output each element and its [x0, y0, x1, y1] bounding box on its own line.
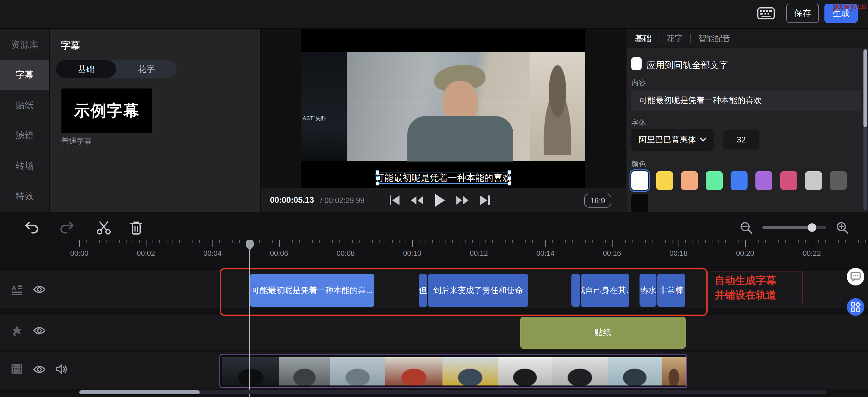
ruler-tick — [346, 240, 346, 247]
rewind-button[interactable] — [410, 194, 424, 206]
skip-to-start-button[interactable] — [389, 194, 400, 206]
play-button[interactable] — [434, 193, 445, 207]
color-swatch-63eda1[interactable] — [706, 171, 723, 190]
color-swatch-5c5c5c[interactable] — [830, 171, 847, 190]
cut-scissors-icon[interactable] — [96, 221, 112, 235]
subtitle-content-input[interactable]: 可能最初呢是凭着一种本能的喜欢 — [631, 90, 861, 111]
zoom-slider-thumb[interactable] — [808, 223, 816, 232]
feedback-chat-button[interactable] — [847, 268, 864, 285]
ruler-tick — [226, 240, 226, 243]
ruler-tick — [858, 240, 859, 243]
zoom-in-icon[interactable] — [836, 221, 849, 234]
color-swatch-d34f7d[interactable] — [780, 171, 797, 190]
color-swatch-f6d44c[interactable] — [656, 171, 673, 190]
watermark-text: pxwy.cn — [833, 1, 867, 11]
subtitle-clip-0[interactable]: 可能最初呢是凭着一种本能的喜... — [250, 274, 374, 307]
resize-handle[interactable] — [376, 176, 379, 180]
sidebar-item-filters[interactable]: 滤镜 — [0, 120, 49, 151]
skip-to-end-button[interactable] — [479, 194, 490, 206]
ruler-tick — [712, 240, 712, 243]
subtitle-clip-5[interactable]: 热水 — [640, 274, 656, 307]
video-track-visibility-icon[interactable] — [33, 365, 45, 374]
subtitle-clip-3[interactable] — [571, 274, 580, 307]
resize-handle[interactable] — [376, 170, 379, 174]
properties-tab-ai-voice[interactable]: 智能配音 — [698, 33, 731, 44]
playhead-handle[interactable] — [246, 240, 254, 250]
ruler-tick — [132, 240, 133, 243]
apply-all-checkbox[interactable] — [631, 57, 642, 70]
ruler-tick — [239, 240, 240, 243]
ruler-tick — [399, 240, 400, 243]
ruler-tick — [266, 240, 266, 243]
color-swatch-c9c9c9[interactable] — [805, 171, 822, 190]
ruler-tick — [565, 240, 566, 243]
timeline-scrollbar-thumb[interactable] — [79, 390, 200, 394]
resize-handle[interactable] — [507, 176, 511, 180]
font-family-select[interactable]: 阿里巴巴普惠体 — [631, 129, 714, 151]
zoom-out-icon[interactable] — [740, 221, 753, 234]
ruler-tick — [279, 240, 280, 247]
sample-subtitle-card[interactable]: 示例字幕 — [61, 88, 152, 133]
ruler-tick — [559, 240, 559, 243]
ruler-tick — [525, 240, 526, 243]
color-swatch-ffffff[interactable] — [631, 171, 648, 190]
panel-scrollbar[interactable] — [864, 49, 867, 210]
subtitle-clip-6[interactable]: 非常棒 — [657, 274, 685, 307]
ruler-tick — [119, 240, 120, 243]
keyboard-shortcuts-icon[interactable] — [757, 7, 775, 20]
ruler-tick — [705, 240, 706, 243]
delete-trash-icon[interactable] — [129, 221, 143, 235]
aspect-ratio-button[interactable]: 16:9 — [584, 194, 611, 207]
ruler-tick — [352, 240, 353, 243]
sidebar-item-effects[interactable]: 特效 — [0, 181, 49, 211]
sticker-track-visibility-icon[interactable] — [33, 326, 45, 335]
sidebar-item-stickers[interactable]: 贴纸 — [0, 90, 49, 120]
ruler-tick — [213, 240, 213, 247]
font-size-input[interactable]: 32 — [723, 130, 759, 149]
color-swatch-3f7bf2[interactable] — [731, 171, 748, 190]
subtitle-panel-tab-basic[interactable]: 基础 — [56, 60, 116, 78]
panel-scrollbar-thumb[interactable] — [864, 49, 867, 127]
timeline-section: 00:0000:0200:0400:0600:0800:1000:1200:14… — [0, 212, 868, 397]
color-swatch-f4a97e[interactable] — [681, 171, 698, 190]
sidebar-item-transitions[interactable]: 转场 — [0, 151, 49, 181]
properties-panel: 基础花字智能配音 应用到同轨全部文字 内容 可能最初呢是凭着一种本能的喜欢 字体… — [626, 29, 868, 212]
subtitle-panel-tab-fancy[interactable]: 花字 — [116, 60, 177, 78]
playhead-line[interactable] — [249, 240, 250, 397]
resize-handle[interactable] — [376, 182, 379, 186]
properties-tab-basic[interactable]: 基础 — [635, 33, 651, 44]
resize-handle[interactable] — [507, 170, 511, 174]
timeline-scrollbar[interactable] — [79, 390, 827, 394]
subtitle-clip-2[interactable]: 到后来变成了责任和使命 — [428, 274, 528, 307]
ruler-tick — [546, 240, 546, 247]
redo-icon[interactable] — [59, 221, 74, 234]
sticker-track-lane — [0, 315, 868, 350]
undo-icon[interactable] — [25, 221, 39, 234]
subtitle-selection-box[interactable]: 可能最初呢是凭着一种本能的喜欢 — [377, 172, 510, 184]
ruler-tick — [639, 240, 639, 243]
ruler-tick — [186, 240, 186, 243]
sticker-clip[interactable]: 贴纸 — [520, 317, 686, 349]
color-swatches — [631, 171, 861, 216]
sidebar-item-subtitles[interactable]: 字幕 — [0, 60, 49, 90]
subtitle-clip-1[interactable]: 但 — [419, 274, 427, 307]
color-swatch-a667d8[interactable] — [755, 171, 772, 190]
subtitle-track-visibility-icon[interactable] — [33, 285, 45, 294]
ruler-tick — [219, 240, 220, 243]
color-swatch-0a0a0a[interactable] — [631, 194, 648, 212]
sidebar-item-library[interactable]: 资源库 — [0, 29, 49, 60]
ruler-tick — [798, 240, 799, 243]
video-track-audio-icon[interactable] — [55, 364, 67, 375]
sticker-track-icon — [11, 325, 23, 337]
save-button[interactable]: 保存 — [786, 4, 819, 23]
fast-forward-button[interactable] — [456, 194, 469, 206]
video-clip-strip[interactable] — [219, 354, 687, 388]
template-library-button[interactable] — [847, 298, 864, 316]
subtitle-clip-4[interactable]: 我自己身在其... — [581, 274, 629, 307]
ruler-label: 00:16 — [603, 249, 621, 258]
properties-tab-fancy[interactable]: 花字 — [666, 33, 683, 44]
timeline-zoom-slider[interactable] — [763, 226, 826, 229]
ruler-tick — [665, 240, 666, 243]
video-preview-stage[interactable]: AST˚先科 可能最初呢是凭着一种本能的喜欢 — [301, 29, 585, 188]
resize-handle[interactable] — [507, 182, 511, 186]
